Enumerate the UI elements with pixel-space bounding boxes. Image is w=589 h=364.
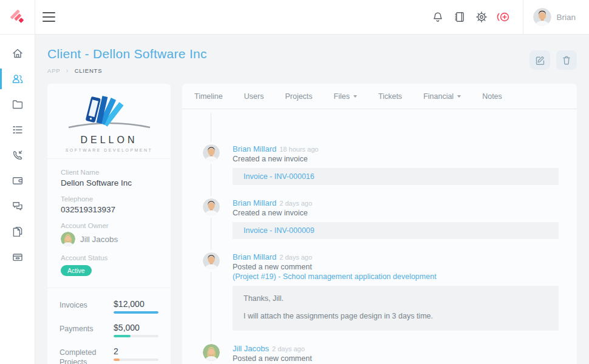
- chevron-down-icon: [457, 95, 461, 98]
- entry-avatar: [203, 252, 220, 269]
- entry-action: Created a new invoice: [233, 208, 559, 218]
- comment-box: Thanks, Jill. I will attach the assignme…: [233, 286, 559, 331]
- breadcrumb-separator: ›: [66, 67, 69, 74]
- trash-icon: [561, 55, 572, 66]
- tab-timeline[interactable]: Timeline: [194, 92, 223, 101]
- entry-timestamp: 2 days ago: [279, 200, 312, 207]
- menu-toggle-icon[interactable]: [43, 5, 67, 29]
- stat-completed-projects-bar: [114, 359, 158, 361]
- timeline-entry: Jill Jacobs2 days ago Posted a new comme…: [203, 344, 559, 364]
- entry-action: Posted a new comment: [233, 262, 559, 272]
- entry-author-link[interactable]: Brian Millard: [233, 144, 276, 153]
- stat-invoices-value: $12,000: [114, 299, 158, 309]
- entry-timestamp: 18 hours ago: [279, 146, 318, 153]
- chevron-down-icon: [353, 95, 357, 98]
- sidebar-item-documents[interactable]: [0, 219, 35, 244]
- field-value-client-name: Dellon Software Inc: [61, 178, 157, 187]
- field-value-telephone: 032519313937: [61, 205, 157, 214]
- field-label-account-owner: Account Owner: [61, 222, 157, 229]
- breadcrumb: APP › CLIENTS: [47, 67, 207, 74]
- tab-notes[interactable]: Notes: [482, 92, 502, 101]
- stat-payments-value: $5,000: [114, 323, 158, 332]
- sidebar-item-tasks[interactable]: [0, 117, 35, 143]
- home-icon: [12, 47, 24, 59]
- timeline: Brian Millard18 hours ago Created a new …: [182, 109, 577, 364]
- client-logo-graphic: [64, 92, 155, 131]
- field-label-client-name: Client Name: [61, 169, 157, 176]
- user-menu[interactable]: Brian: [523, 8, 589, 26]
- sidebar-nav: [0, 35, 35, 364]
- comment-line: I will attach the assignments page desig…: [243, 311, 548, 321]
- invoice-link[interactable]: Invoice - INV-000009: [233, 222, 559, 239]
- user-avatar: [533, 8, 551, 26]
- sidebar-item-calls[interactable]: [0, 143, 35, 168]
- client-logo-tagline: SOFTWARE DEVELOPMENT: [53, 148, 165, 152]
- tab-tickets[interactable]: Tickets: [378, 92, 402, 101]
- entry-timestamp: 2 days ago: [272, 345, 305, 352]
- settings-gear-icon[interactable]: [471, 6, 492, 28]
- sidebar-item-projects[interactable]: [0, 92, 35, 117]
- pages-icon: [12, 226, 24, 238]
- entry-author-link[interactable]: Jill Jacobs: [233, 344, 269, 353]
- stat-invoices-bar: [114, 311, 158, 314]
- page-title: Client - Dellon Software Inc: [47, 47, 207, 61]
- folder-icon: [12, 98, 24, 110]
- timeline-entry: Brian Millard18 hours ago Created a new …: [203, 144, 559, 185]
- stat-completed-projects-value: 2: [114, 346, 158, 356]
- tab-financial[interactable]: Financial: [423, 92, 461, 101]
- breadcrumb-root[interactable]: APP: [47, 67, 60, 74]
- edit-pencil-icon: [534, 55, 545, 66]
- timeline-entry: Brian Millard2 days ago Posted a new com…: [203, 252, 559, 331]
- entry-avatar: [203, 344, 220, 361]
- sidebar-item-messages[interactable]: [0, 194, 35, 219]
- stat-completed-projects: Completed Projects 2: [60, 346, 158, 364]
- notifications-bell-icon[interactable]: [427, 6, 449, 28]
- list-icon: [12, 124, 24, 136]
- sidebar-item-archive[interactable]: [0, 244, 35, 270]
- quick-add-button[interactable]: [492, 6, 514, 28]
- archive-box-icon: [12, 251, 24, 263]
- entry-avatar: [203, 144, 220, 161]
- breadcrumb-current[interactable]: CLIENTS: [75, 67, 103, 74]
- tab-bar: Timeline Users Projects Files Tickets Fi…: [182, 84, 577, 109]
- stat-invoices: Invoices $12,000: [60, 299, 158, 314]
- client-logo-name: DELLON: [53, 135, 165, 146]
- tab-projects[interactable]: Projects: [285, 92, 312, 101]
- wallet-icon: [12, 175, 24, 187]
- status-badge: Active: [61, 265, 92, 276]
- field-label-account-status: Account Status: [61, 254, 157, 261]
- entry-action: Posted a new comment: [233, 354, 559, 363]
- project-link[interactable]: (Project #19) - School management applic…: [233, 272, 559, 281]
- client-summary-card: DELLON SOFTWARE DEVELOPMENT Client Name …: [47, 84, 171, 364]
- invoice-link[interactable]: Invoice - INV-000016: [233, 168, 559, 185]
- field-value-account-owner: Jill Jacobs: [80, 235, 118, 244]
- entry-timestamp: 2 days ago: [279, 254, 312, 261]
- owner-avatar: [61, 232, 75, 246]
- client-logo: DELLON SOFTWARE DEVELOPMENT: [47, 84, 171, 159]
- app-logo[interactable]: [0, 0, 35, 35]
- delete-client-button[interactable]: [556, 50, 577, 70]
- top-bar: Brian: [0, 0, 589, 35]
- main-content: Client - Dellon Software Inc APP › CLIEN…: [35, 35, 589, 364]
- entry-action: Created a new invoice: [233, 154, 559, 164]
- sidebar-item-clients[interactable]: [0, 66, 35, 92]
- stat-payments-bar: [114, 335, 158, 337]
- chat-bubbles-icon: [12, 200, 24, 212]
- entry-author-link[interactable]: Brian Millard: [233, 198, 276, 207]
- notebook-icon[interactable]: [449, 6, 471, 28]
- tab-users[interactable]: Users: [244, 92, 264, 101]
- stat-payments: Payments $5,000: [60, 323, 158, 337]
- phone-incoming-icon: [12, 149, 24, 161]
- sidebar-item-home[interactable]: [0, 41, 35, 66]
- edit-client-button[interactable]: [529, 50, 550, 70]
- app-logo-icon: [10, 9, 26, 25]
- entry-avatar: [203, 198, 220, 215]
- field-label-telephone: Telephone: [61, 195, 157, 203]
- comment-line: Thanks, Jill.: [243, 294, 548, 303]
- sidebar-item-payments[interactable]: [0, 168, 35, 194]
- timeline-entry: Brian Millard2 days ago Created a new in…: [203, 198, 559, 239]
- entry-author-link[interactable]: Brian Millard: [233, 252, 276, 261]
- tab-files[interactable]: Files: [334, 92, 357, 101]
- client-detail-panel: Timeline Users Projects Files Tickets Fi…: [182, 84, 577, 364]
- user-name: Brian: [556, 13, 576, 22]
